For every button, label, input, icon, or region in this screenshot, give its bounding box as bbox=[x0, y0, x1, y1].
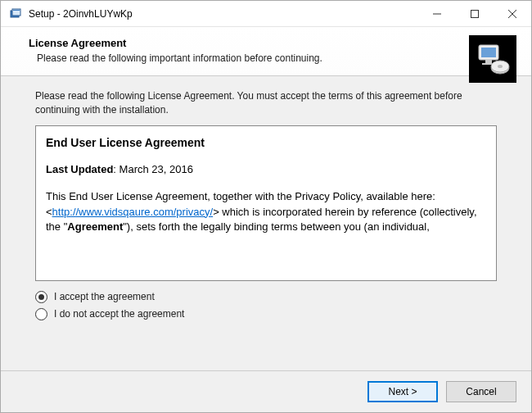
svg-point-13 bbox=[498, 65, 503, 68]
next-button-label: Next > bbox=[388, 386, 417, 397]
installer-icon bbox=[469, 35, 516, 83]
radio-decline-indicator bbox=[35, 308, 47, 320]
close-button[interactable] bbox=[494, 1, 531, 26]
page-subtitle: Please read the following important info… bbox=[37, 52, 515, 64]
installer-window: Setup - 2OinvhLUYwKp License Agreement P… bbox=[0, 0, 532, 413]
cancel-button-label: Cancel bbox=[466, 386, 496, 397]
svg-rect-8 bbox=[481, 48, 496, 57]
eula-updated-value: : March 23, 2016 bbox=[113, 163, 193, 175]
eula-body: This End User License Agreement, togethe… bbox=[46, 189, 486, 236]
window-title: Setup - 2OinvhLUYwKp bbox=[29, 8, 418, 20]
eula-updated-label: Last Updated bbox=[46, 163, 113, 175]
svg-rect-9 bbox=[485, 60, 492, 63]
eula-updated: Last Updated: March 23, 2016 bbox=[46, 162, 486, 178]
minimize-button[interactable] bbox=[418, 1, 456, 26]
eula-title: End User License Agreement bbox=[46, 134, 486, 151]
page-title: License Agreement bbox=[29, 37, 515, 49]
radio-accept[interactable]: I accept the agreement bbox=[35, 291, 497, 303]
radio-decline-label: I do not accept the agreement bbox=[54, 308, 184, 320]
cancel-button[interactable]: Cancel bbox=[446, 381, 516, 402]
svg-rect-2 bbox=[13, 10, 20, 11]
eula-body-post2: "), sets forth the legally binding terms… bbox=[123, 220, 430, 233]
app-icon bbox=[9, 7, 22, 20]
instruction-text: Please read the following License Agreem… bbox=[35, 89, 497, 117]
accept-radio-group: I accept the agreement I do not accept t… bbox=[35, 291, 497, 325]
window-controls bbox=[418, 1, 531, 26]
privacy-link[interactable]: http://www.vidsqaure.com/privacy/ bbox=[52, 206, 214, 218]
eula-textbox[interactable]: End User License Agreement Last Updated:… bbox=[35, 125, 497, 281]
svg-rect-4 bbox=[471, 10, 479, 17]
titlebar: Setup - 2OinvhLUYwKp bbox=[1, 1, 531, 27]
wizard-header: License Agreement Please read the follow… bbox=[1, 27, 531, 76]
eula-agreement-word: Agreement bbox=[67, 220, 123, 233]
next-button[interactable]: Next > bbox=[367, 381, 438, 402]
radio-decline[interactable]: I do not accept the agreement bbox=[35, 308, 497, 320]
wizard-content: Please read the following License Agreem… bbox=[1, 76, 531, 370]
radio-accept-label: I accept the agreement bbox=[54, 291, 155, 302]
radio-accept-indicator bbox=[35, 291, 47, 303]
wizard-footer: Next > Cancel bbox=[1, 370, 531, 412]
maximize-button[interactable] bbox=[456, 1, 494, 26]
